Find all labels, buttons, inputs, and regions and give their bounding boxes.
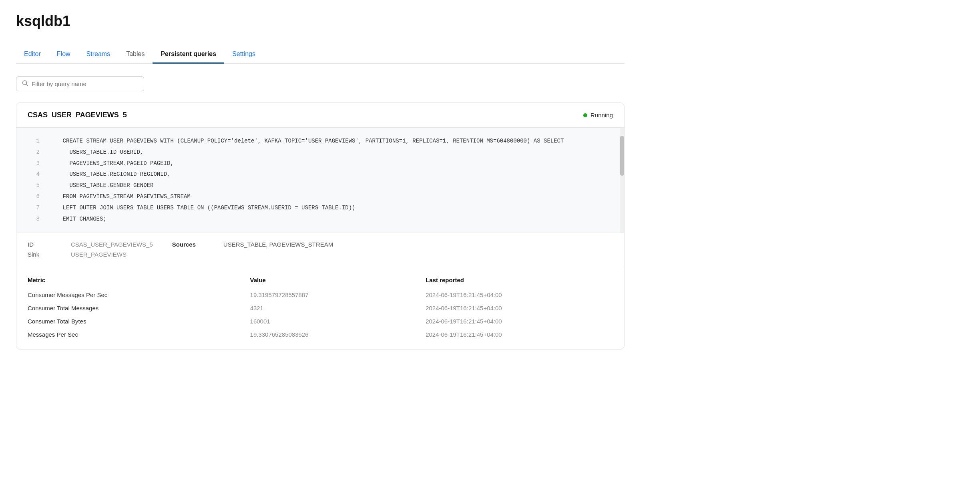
value-header: Value [250, 274, 426, 288]
code-line: 8 EMIT CHANGES; [16, 214, 624, 225]
sources-label: Sources [172, 241, 204, 248]
sink-label: Sink [28, 251, 52, 258]
tab-flow[interactable]: Flow [49, 46, 78, 64]
status-badge: Running [583, 112, 613, 118]
last-reported-header: Last reported [426, 274, 613, 288]
query-name: CSAS_USER_PAGEVIEWS_5 [28, 111, 127, 119]
nav-tabs: Editor Flow Streams Tables Persistent qu… [16, 46, 625, 64]
code-line: 6 FROM PAGEVIEWS_STREAM PAGEVIEWS_STREAM [16, 191, 624, 203]
id-value: CSAS_USER_PAGEVIEWS_5 [71, 241, 153, 248]
code-line: 3 PAGEVIEWS_STREAM.PAGEID PAGEID, [16, 158, 624, 169]
metric-name: Consumer Total Bytes [28, 315, 250, 328]
metrics-table: Metric Value Last reported Consumer Mess… [28, 274, 613, 341]
code-line: 5 USERS_TABLE.GENDER GENDER [16, 180, 624, 191]
tab-settings[interactable]: Settings [224, 46, 263, 64]
code-line: 1 CREATE STREAM USER_PAGEVIEWS WITH (CLE… [16, 136, 624, 147]
metric-date: 2024-06-19T16:21:45+04:00 [426, 328, 613, 341]
sources-value: USERS_TABLE, PAGEVIEWS_STREAM [223, 241, 333, 248]
metric-date: 2024-06-19T16:21:45+04:00 [426, 301, 613, 315]
meta-row-id: ID CSAS_USER_PAGEVIEWS_5 Sources USERS_T… [28, 241, 613, 248]
code-line: 2 USERS_TABLE.ID USERID, [16, 147, 624, 158]
sink-value: USER_PAGEVIEWS [71, 251, 127, 258]
code-block: 1 CREATE STREAM USER_PAGEVIEWS WITH (CLE… [16, 127, 624, 233]
metrics-header-row: Metric Value Last reported [28, 274, 613, 288]
tab-tables[interactable]: Tables [118, 46, 153, 64]
metric-date: 2024-06-19T16:21:45+04:00 [426, 315, 613, 328]
code-line: 4 USERS_TABLE.REGIONID REGIONID, [16, 169, 624, 180]
scrollbar-thumb[interactable] [620, 136, 624, 176]
metric-name: Consumer Messages Per Sec [28, 288, 250, 301]
search-icon [22, 80, 28, 88]
metric-date: 2024-06-19T16:21:45+04:00 [426, 288, 613, 301]
metric-header: Metric [28, 274, 250, 288]
metric-value: 19.330765285083526 [250, 328, 426, 341]
scrollbar-track[interactable] [620, 128, 624, 233]
svg-line-1 [26, 84, 28, 86]
metrics-row: Consumer Messages Per Sec 19.31957972855… [28, 288, 613, 301]
metric-value: 4321 [250, 301, 426, 315]
metrics-row: Messages Per Sec 19.330765285083526 2024… [28, 328, 613, 341]
search-wrapper [16, 76, 144, 91]
metric-value: 19.319579728557887 [250, 288, 426, 301]
status-dot [583, 113, 587, 117]
metrics-section: Metric Value Last reported Consumer Mess… [16, 266, 624, 349]
id-label: ID [28, 241, 52, 248]
tab-editor[interactable]: Editor [16, 46, 49, 64]
status-label: Running [590, 112, 613, 118]
tab-streams[interactable]: Streams [78, 46, 118, 64]
meta-row-sink: Sink USER_PAGEVIEWS [28, 251, 613, 258]
search-input[interactable] [32, 80, 138, 87]
app-title: ksqldb1 [16, 13, 625, 30]
metrics-row: Consumer Total Messages 4321 2024-06-19T… [28, 301, 613, 315]
metric-name: Messages Per Sec [28, 328, 250, 341]
metric-value: 160001 [250, 315, 426, 328]
metric-name: Consumer Total Messages [28, 301, 250, 315]
metrics-row: Consumer Total Bytes 160001 2024-06-19T1… [28, 315, 613, 328]
query-card: CSAS_USER_PAGEVIEWS_5 Running 1 CREATE S… [16, 102, 625, 349]
code-line: 7 LEFT OUTER JOIN USERS_TABLE USERS_TABL… [16, 203, 624, 214]
tab-persistent-queries[interactable]: Persistent queries [153, 46, 224, 64]
query-meta: ID CSAS_USER_PAGEVIEWS_5 Sources USERS_T… [16, 233, 624, 266]
search-container [16, 76, 625, 91]
query-card-header: CSAS_USER_PAGEVIEWS_5 Running [16, 103, 624, 127]
